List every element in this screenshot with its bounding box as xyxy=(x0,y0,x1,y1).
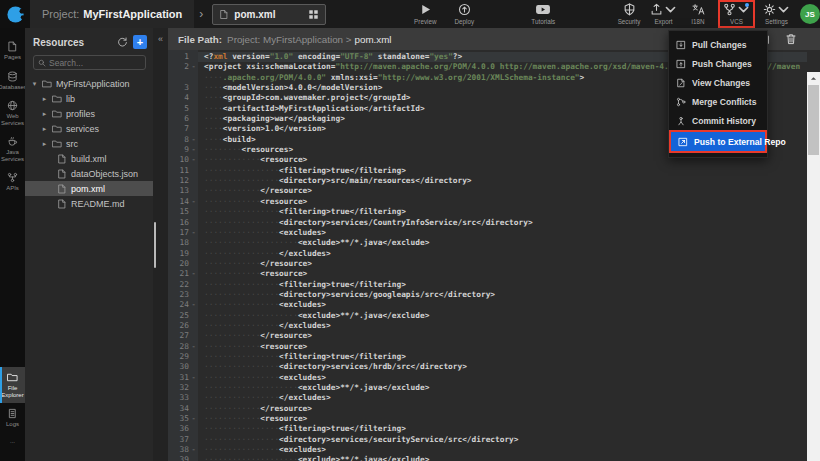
sidebar-item-file-explorer[interactable]: File Explorer xyxy=(0,367,25,403)
api-icon xyxy=(7,172,18,183)
line-number: 33 xyxy=(170,393,189,403)
tree-item-lib[interactable]: ▸lib xyxy=(25,91,153,106)
i18n-label: I18N xyxy=(691,18,704,25)
line-number: 32 xyxy=(170,383,189,393)
tree-item-dataobjects-json[interactable]: dataObjects.json xyxy=(25,166,153,181)
settings-button[interactable]: Settings xyxy=(760,2,793,26)
refresh-icon[interactable] xyxy=(117,37,128,48)
line-number: 11 xyxy=(170,166,189,176)
line-number: 16 xyxy=(170,218,189,228)
tree-item-services[interactable]: ▸services xyxy=(25,121,153,136)
tree-arrow[interactable]: ▾ xyxy=(31,80,38,88)
file-path-label: File Path: xyxy=(178,34,222,45)
tree-item-src[interactable]: ▸src xyxy=(25,136,153,151)
editor-scrollbar[interactable] xyxy=(807,72,820,461)
menu-item-commit-history[interactable]: Commit History xyxy=(669,111,767,130)
sidebar-item-databases[interactable]: Databases xyxy=(0,66,25,96)
folder-icon xyxy=(52,94,62,104)
code-line: 19················</excludes> xyxy=(168,249,807,259)
menu-item-push-changes[interactable]: Push Changes xyxy=(669,54,767,73)
db-icon xyxy=(7,71,18,82)
tree-item-profiles[interactable]: ▸profiles xyxy=(25,106,153,121)
tutorials-label: Tutorials xyxy=(531,18,555,25)
sidebar-item-more[interactable]: ... xyxy=(0,433,25,450)
fold-marker[interactable]: - xyxy=(189,414,198,424)
logs-icon xyxy=(7,408,18,419)
resources-title: Resources xyxy=(33,37,112,48)
file-icon xyxy=(57,184,67,194)
sidebar-item-logs[interactable]: Logs xyxy=(0,403,25,433)
fold-marker[interactable]: - xyxy=(189,228,198,238)
tree-arrow[interactable]: ▸ xyxy=(41,110,48,118)
line-number: 36 xyxy=(170,424,189,434)
sidebar-item-apis[interactable]: APIs xyxy=(0,167,25,197)
code-line: 18····················<exclude>**/*.java… xyxy=(168,238,807,248)
menu-item-pull-changes[interactable]: Pull Changes xyxy=(669,35,767,54)
add-resource-button[interactable]: + xyxy=(133,35,147,49)
tree-item-myfirstapplication[interactable]: ▾MyFirstApplication xyxy=(25,76,153,91)
tab-pom-xml[interactable]: pom.xml xyxy=(212,4,326,25)
tree-arrow[interactable]: ▸ xyxy=(41,125,48,133)
deploy-button[interactable]: Deploy xyxy=(449,2,479,26)
menu-item-push-to-external-repo[interactable]: Push to External Repo xyxy=(671,132,765,151)
export-button[interactable]: Export xyxy=(647,2,680,26)
fold-marker[interactable]: - xyxy=(189,269,198,279)
file-icon xyxy=(219,9,229,20)
tree-item-pom-xml[interactable]: pom.xml xyxy=(25,181,153,196)
panel-resize-handle[interactable] xyxy=(154,222,156,268)
tree-item-build-xml[interactable]: build.xml xyxy=(25,151,153,166)
chevdown-icon xyxy=(664,3,677,16)
fold-marker[interactable]: - xyxy=(189,373,198,383)
i18n-button[interactable]: I18N xyxy=(683,2,713,26)
globe-icon xyxy=(7,100,18,111)
tree-item-readme-md[interactable]: README.md xyxy=(25,196,153,211)
avatar[interactable]: JS xyxy=(800,4,820,24)
fold-marker[interactable]: - xyxy=(189,155,198,165)
scroll-up-icon[interactable] xyxy=(807,72,820,84)
vcs-label: VCS xyxy=(730,18,743,25)
file-path-file: pom.xml xyxy=(355,34,392,45)
pull-icon xyxy=(676,40,686,50)
line-number: 23 xyxy=(170,290,189,300)
history-icon xyxy=(676,116,686,126)
menu-item-merge-conflicts[interactable]: Merge Conflicts xyxy=(669,92,767,111)
fold-marker[interactable]: - xyxy=(189,62,198,72)
fold-marker[interactable]: - xyxy=(189,145,198,155)
menu-item-view-changes[interactable]: View Changes xyxy=(669,73,767,92)
tutorials-button[interactable]: Tutorials xyxy=(528,2,558,26)
fold-marker[interactable]: - xyxy=(189,342,198,352)
trash-icon[interactable] xyxy=(785,33,797,45)
preview-button[interactable]: Preview xyxy=(410,2,440,26)
tree-arrow[interactable]: ▸ xyxy=(41,95,48,103)
panel-collapse-strip: « xyxy=(153,28,168,461)
collapse-panel-icon[interactable]: « xyxy=(153,35,168,44)
vcs-button[interactable]: VCS xyxy=(720,2,753,26)
search-input[interactable] xyxy=(49,58,141,68)
code-line: 22················<filtering>true</filte… xyxy=(168,280,807,290)
line-number: 9 xyxy=(170,145,189,155)
security-button[interactable]: Security xyxy=(614,2,644,26)
sidebar-item-java-services[interactable]: Java Services xyxy=(0,131,25,167)
code-line: 20············</resource> xyxy=(168,259,807,269)
line-number: 12 xyxy=(170,176,189,186)
sidebar-item-web-services[interactable]: Web Services xyxy=(0,95,25,131)
file-icon xyxy=(57,199,67,209)
resources-search[interactable] xyxy=(33,55,146,70)
file-icon xyxy=(57,169,67,179)
line-number: 21 xyxy=(170,269,189,279)
scrollbar-thumb[interactable] xyxy=(808,85,819,155)
app-logo[interactable] xyxy=(0,0,30,28)
grid-icon[interactable] xyxy=(308,9,319,20)
fold-marker[interactable]: - xyxy=(189,197,198,207)
fold-marker[interactable]: - xyxy=(189,300,198,310)
fold-marker[interactable]: - xyxy=(189,135,198,145)
sidebar-item-pages[interactable]: Pages xyxy=(0,36,25,66)
line-number: 15 xyxy=(170,207,189,217)
code-line: 26················</excludes> xyxy=(168,321,807,331)
tree-arrow[interactable]: ▸ xyxy=(41,140,48,148)
export-icon xyxy=(650,3,663,16)
line-number: 28 xyxy=(170,342,189,352)
fold-marker[interactable]: - xyxy=(189,445,198,455)
line-number: 25 xyxy=(170,311,189,321)
line-number: 13 xyxy=(170,186,189,196)
